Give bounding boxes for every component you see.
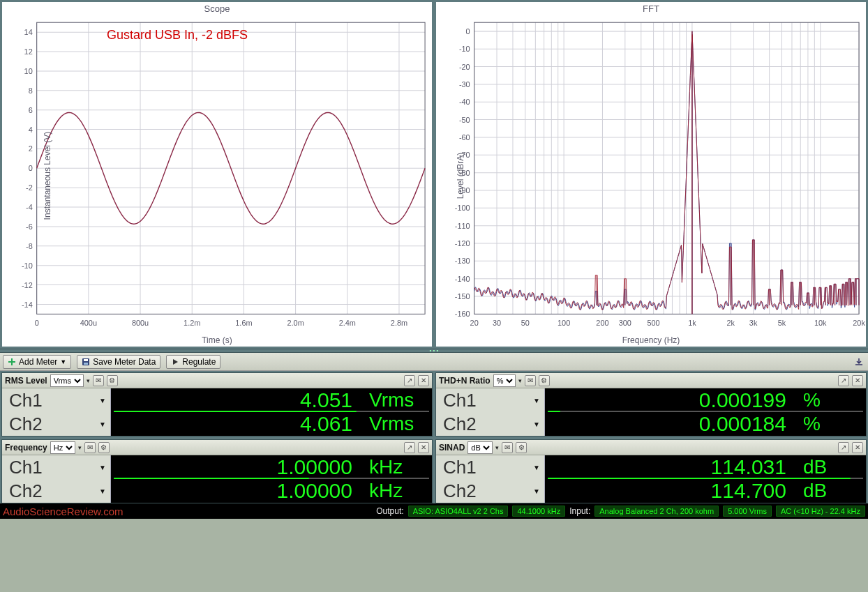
- scope-xlabel: Time (s): [2, 335, 432, 347]
- svg-rect-122: [474, 22, 859, 314]
- freq-ch2-label[interactable]: Ch2▼: [2, 479, 111, 503]
- svg-text:2.0m: 2.0m: [287, 319, 304, 327]
- gear-icon[interactable]: ⚙: [107, 375, 118, 386]
- thdn-ch2-label[interactable]: Ch2▼: [436, 412, 545, 436]
- rms-ch2-label[interactable]: Ch2▼: [2, 412, 111, 436]
- rms-ch2-value: 4.061: [300, 412, 352, 436]
- close-icon[interactable]: ✕: [852, 375, 863, 386]
- svg-text:-4: -4: [26, 203, 33, 211]
- scope-plot-area[interactable]: Instantaneous Level (V) Gustard USB In, …: [2, 15, 432, 335]
- play-icon: [171, 358, 179, 366]
- dropdown-caret-icon[interactable]: ▾: [78, 444, 82, 451]
- svg-text:5k: 5k: [778, 319, 786, 327]
- rms-ch1-value: 4.051: [300, 388, 352, 412]
- envelope-icon[interactable]: ✉: [525, 375, 536, 386]
- rms-ch1-readout: 4.051 Vrms: [111, 388, 432, 412]
- dropdown-caret-icon[interactable]: ▾: [87, 377, 90, 384]
- svg-text:1k: 1k: [688, 319, 696, 327]
- gear-icon[interactable]: ⚙: [539, 375, 550, 386]
- chevron-down-icon: ▼: [99, 464, 106, 471]
- svg-text:300: 300: [619, 319, 631, 327]
- envelope-icon[interactable]: ✉: [84, 442, 96, 453]
- freq-ch2-value: 1.00000: [277, 479, 352, 503]
- chevron-down-icon: ▼: [99, 397, 106, 404]
- rms-ch2-readout: 4.061 Vrms: [111, 412, 432, 436]
- dropdown-caret-icon[interactable]: ▾: [495, 444, 499, 451]
- thdn-ch2-value: 0.000184: [699, 412, 786, 436]
- popout-icon[interactable]: ↗: [838, 375, 849, 386]
- thdn-ch1-label[interactable]: Ch1▼: [436, 388, 545, 412]
- fft-panel: FFT Level (dBrA) 0-10-20-30-40-50-60-70-…: [435, 1, 867, 347]
- thdn-meter: THD+N Ratio % ▾ ✉ ⚙ ↗ ✕ Ch1▼ 0.000199: [435, 372, 867, 437]
- svg-text:3k: 3k: [749, 319, 758, 327]
- download-icon[interactable]: [854, 357, 864, 367]
- freq-ch1-unit: kHz: [369, 456, 425, 478]
- rms-level-meter: RMS Level Vrms ▾ ✉ ⚙ ↗ ✕ Ch1▼ 4.051: [1, 372, 433, 437]
- svg-text:10k: 10k: [814, 319, 827, 327]
- svg-text:2: 2: [29, 144, 33, 153]
- meter-toolbar: Add Meter ▼ Save Meter Data Regulate: [0, 353, 868, 371]
- save-icon: [82, 358, 90, 366]
- close-icon[interactable]: ✕: [418, 375, 429, 386]
- input-bandwidth[interactable]: AC (<10 Hz) - 22.4 kHz: [776, 506, 865, 517]
- svg-text:200: 200: [596, 319, 608, 327]
- svg-text:-10: -10: [22, 261, 33, 270]
- sinad-ch1-unit: dB: [803, 456, 859, 478]
- gear-icon[interactable]: ⚙: [516, 442, 527, 453]
- sinad-title: SINAD: [439, 443, 465, 453]
- sinad-ch2-label[interactable]: Ch2▼: [436, 479, 545, 503]
- gear-icon[interactable]: ⚙: [98, 442, 110, 453]
- add-meter-label: Add Meter: [19, 357, 57, 367]
- svg-text:800u: 800u: [132, 319, 149, 327]
- close-icon[interactable]: ✕: [418, 442, 429, 453]
- svg-text:20: 20: [470, 319, 479, 327]
- scope-chart: -14-12-10-8-6-4-2024681012140400u800u1.2…: [2, 15, 432, 335]
- dropdown-caret-icon[interactable]: ▾: [518, 377, 522, 384]
- thdn-ch1-readout: 0.000199 %: [545, 388, 866, 412]
- envelope-icon[interactable]: ✉: [93, 375, 104, 386]
- freq-ch1-readout: 1.00000 kHz: [111, 455, 432, 479]
- rms-ch1-label[interactable]: Ch1▼: [2, 388, 111, 412]
- freq-ch1-label[interactable]: Ch1▼: [2, 455, 111, 479]
- input-device[interactable]: Analog Balanced 2 Ch, 200 kohm: [594, 506, 719, 517]
- svg-text:400u: 400u: [80, 319, 97, 327]
- scope-title: Scope: [2, 2, 432, 15]
- input-level[interactable]: 5.000 Vrms: [723, 506, 772, 517]
- freq-unit-select[interactable]: Hz: [50, 441, 75, 454]
- popout-icon[interactable]: ↗: [404, 442, 415, 453]
- chevron-down-icon: ▼: [533, 464, 540, 471]
- output-device[interactable]: ASIO: ASIO4ALL v2 2 Chs: [408, 506, 509, 517]
- popout-icon[interactable]: ↗: [404, 375, 415, 386]
- svg-text:4: 4: [29, 125, 33, 133]
- regulate-button[interactable]: Regulate: [166, 355, 220, 369]
- sinad-meter: SINAD dB ▾ ✉ ⚙ ↗ ✕ Ch1▼ 114.031 dB: [435, 439, 867, 503]
- chevron-down-icon: ▼: [99, 487, 106, 495]
- add-meter-button[interactable]: Add Meter ▼: [3, 355, 71, 369]
- svg-text:10: 10: [24, 67, 33, 75]
- svg-text:2.4m: 2.4m: [339, 319, 356, 327]
- scope-annotation: Gustard USB In, -2 dBFS: [107, 28, 248, 43]
- save-meter-button[interactable]: Save Meter Data: [77, 355, 160, 369]
- save-meter-label: Save Meter Data: [93, 357, 156, 367]
- regulate-label: Regulate: [182, 357, 216, 367]
- sinad-unit-select[interactable]: dB: [467, 441, 493, 454]
- fft-plot-area[interactable]: Level (dBrA) 0-10-20-30-40-50-60-70-80-9…: [436, 15, 866, 335]
- svg-text:30: 30: [493, 319, 501, 327]
- thdn-title: THD+N Ratio: [439, 376, 491, 386]
- freq-ch2-readout: 1.00000 kHz: [111, 479, 432, 503]
- sinad-ch1-readout: 114.031 dB: [545, 455, 866, 479]
- svg-text:-150: -150: [455, 292, 470, 301]
- scope-ylabel: Instantaneous Level (V): [43, 131, 52, 220]
- chevron-down-icon: ▼: [533, 487, 540, 495]
- svg-text:6: 6: [29, 106, 33, 114]
- status-bar: AudioScienceReview.com Output: ASIO: ASI…: [0, 503, 868, 519]
- svg-text:0: 0: [466, 27, 470, 36]
- sinad-ch1-label[interactable]: Ch1▼: [436, 455, 545, 479]
- svg-text:-12: -12: [22, 281, 33, 289]
- popout-icon[interactable]: ↗: [838, 442, 849, 453]
- close-icon[interactable]: ✕: [852, 442, 863, 453]
- rms-unit-select[interactable]: Vrms: [50, 374, 84, 387]
- output-rate[interactable]: 44.1000 kHz: [512, 506, 565, 517]
- envelope-icon[interactable]: ✉: [502, 442, 513, 453]
- thdn-unit-select[interactable]: %: [493, 374, 516, 387]
